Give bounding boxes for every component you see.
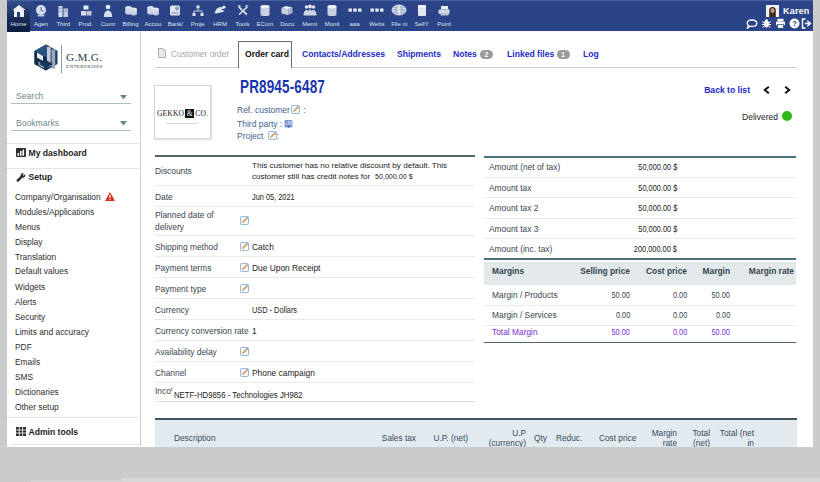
svg-text:?: ? — [792, 19, 797, 28]
svg-text:G.M.G.: G.M.G. — [66, 51, 102, 63]
svg-text:ENTERPRISES: ENTERPRISES — [66, 64, 103, 69]
